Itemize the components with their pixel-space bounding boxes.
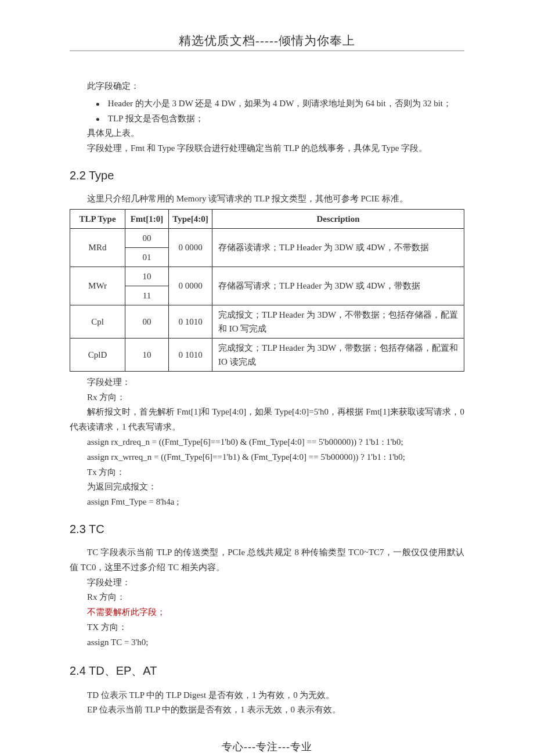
s21-intro: 此字段确定： bbox=[70, 79, 464, 94]
td-fmt: 00 bbox=[125, 228, 169, 247]
s22-code-fmttype: assign Fmt_Type = 8'h4a ; bbox=[70, 495, 464, 510]
s21-bullet-2: TLP 报文是否包含数据； bbox=[96, 111, 464, 127]
table-row: Cpl 00 0 1010 完成报文；TLP Header 为 3DW，不带数据… bbox=[70, 305, 464, 338]
td-type: 0 1010 bbox=[169, 338, 212, 371]
s22-tx-label: Tx 方向： bbox=[70, 465, 464, 480]
s21-bullet-list: Header 的大小是 3 DW 还是 4 DW，如果为 4 DW，则请求地址则… bbox=[70, 96, 464, 127]
table-row: CplD 10 0 1010 完成报文；TLP Header 为 3DW，带数据… bbox=[70, 338, 464, 371]
s23-tx-label: TX 方向： bbox=[70, 620, 464, 635]
s23-proc-label: 字段处理： bbox=[70, 575, 464, 591]
td-type: 0 1010 bbox=[169, 305, 212, 338]
td-type: 0 0000 bbox=[169, 228, 212, 267]
s23-p1: TC 字段表示当前 TLP 的传送类型，PCIe 总线共规定 8 种传输类型 T… bbox=[70, 545, 464, 575]
section-2-4-heading: 2.4 TD、EP、AT bbox=[70, 663, 464, 679]
page: 精选优质文档-----倾情为你奉上 此字段确定： Header 的大小是 3 D… bbox=[0, 0, 534, 756]
table-header-row: TLP Type Fmt[1:0] Type[4:0] Description bbox=[70, 209, 464, 228]
s22-code-wrreq: assign rx_wrreq_n = ((Fmt_Type[6]==1'b1)… bbox=[70, 450, 464, 465]
s24-l1: TD 位表示 TLP 中的 TLP Digest 是否有效，1 为有效，0 为无… bbox=[70, 688, 464, 703]
table-row: MRd 00 0 0000 存储器读请求；TLP Header 为 3DW 或 … bbox=[70, 228, 464, 247]
header-divider bbox=[70, 51, 464, 51]
s23-rx-label: Rx 方向： bbox=[70, 590, 464, 605]
s24-l2: EP 位表示当前 TLP 中的数据是否有效，1 表示无效，0 表示有效。 bbox=[70, 703, 464, 718]
td-fmt: 11 bbox=[125, 286, 169, 305]
section-2-3-heading: 2.3 TC bbox=[70, 523, 464, 536]
s22-proc-label: 字段处理： bbox=[70, 375, 464, 390]
td-desc: 存储器写请求；TLP Header 为 3DW 或 4DW，带数据 bbox=[212, 267, 464, 305]
td-type: 0 0000 bbox=[169, 267, 212, 305]
td-fmt: 01 bbox=[125, 247, 169, 267]
td-tlp: MRd bbox=[70, 228, 125, 267]
section-2-2-heading: 2.2 Type bbox=[70, 169, 464, 182]
s22-intro: 这里只介绍几种常用的 Memory 读写请求的 TLP 报文类型，其他可参考 P… bbox=[70, 192, 464, 207]
td-fmt: 00 bbox=[125, 305, 169, 338]
table-row: MWr 10 0 0000 存储器写请求；TLP Header 为 3DW 或 … bbox=[70, 267, 464, 286]
s22-rx-desc: 解析报文时，首先解析 Fmt[1]和 Type[4:0]，如果 Type[4:0… bbox=[70, 405, 464, 435]
th-fmt: Fmt[1:0] bbox=[125, 209, 169, 228]
s22-code-rdreq: assign rx_rdreq_n = ((Fmt_Type[6]==1'b0)… bbox=[70, 435, 464, 450]
td-tlp: CplD bbox=[70, 338, 125, 371]
td-fmt: 10 bbox=[125, 338, 169, 371]
s21-after-2: 字段处理，Fmt 和 Type 字段联合进行处理确定当前 TLP 的总线事务，具… bbox=[70, 141, 464, 156]
s23-code-tc: assign TC = 3'h0; bbox=[70, 635, 464, 650]
th-description: Description bbox=[212, 209, 464, 228]
td-fmt: 10 bbox=[125, 267, 169, 286]
s22-rx-label: Rx 方向： bbox=[70, 390, 464, 405]
page-header-title: 精选优质文档-----倾情为你奉上 bbox=[70, 33, 464, 49]
td-desc: 完成报文；TLP Header 为 3DW，不带数据；包括存储器，配置和 IO … bbox=[212, 305, 464, 338]
tlp-type-table: TLP Type Fmt[1:0] Type[4:0] Description … bbox=[70, 209, 464, 372]
s21-after-1: 具体见上表。 bbox=[70, 126, 464, 141]
td-tlp: Cpl bbox=[70, 305, 125, 338]
th-tlp-type: TLP Type bbox=[70, 209, 125, 228]
page-footer: 专心---专注---专业 bbox=[70, 740, 464, 754]
s22-tx-desc: 为返回完成报文： bbox=[70, 480, 464, 495]
td-desc: 存储器读请求；TLP Header 为 3DW 或 4DW，不带数据 bbox=[212, 228, 464, 267]
td-tlp: MWr bbox=[70, 267, 125, 305]
s21-bullet-1: Header 的大小是 3 DW 还是 4 DW，如果为 4 DW，则请求地址则… bbox=[96, 96, 464, 111]
s23-rx-note: 不需要解析此字段； bbox=[70, 605, 464, 620]
td-desc: 完成报文；TLP Header 为 3DW，带数据；包括存储器，配置和 IO 读… bbox=[212, 338, 464, 371]
th-type: Type[4:0] bbox=[169, 209, 212, 228]
